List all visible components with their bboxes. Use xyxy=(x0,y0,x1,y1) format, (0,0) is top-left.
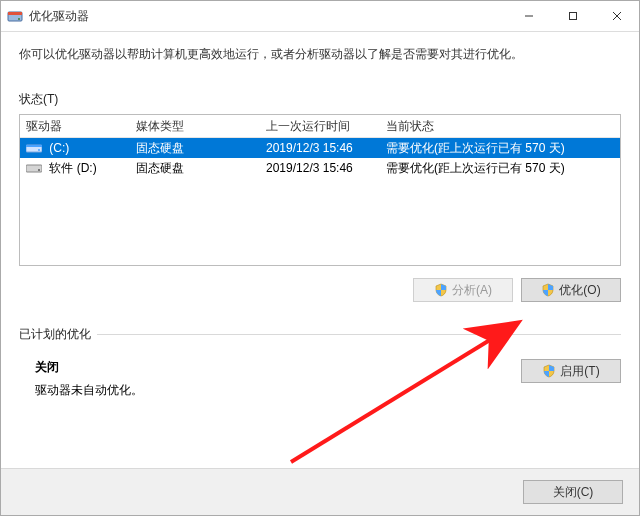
app-icon xyxy=(7,8,23,24)
drive-name: 软件 (D:) xyxy=(49,161,96,175)
minimize-button[interactable] xyxy=(507,1,551,31)
turn-on-label: 启用(T) xyxy=(560,363,599,380)
optimize-drives-window: 优化驱动器 你可以优化驱动器以帮助计算机更高效地运行，或者分析驱动器以了解是否需… xyxy=(0,0,640,516)
status-label: 状态(T) xyxy=(19,91,621,108)
last-run: 2019/12/3 15:46 xyxy=(260,141,380,155)
title-bar: 优化驱动器 xyxy=(1,1,639,32)
last-run: 2019/12/3 15:46 xyxy=(260,161,380,175)
table-row[interactable]: (C:) 固态硬盘 2019/12/3 15:46 需要优化(距上次运行已有 5… xyxy=(20,138,620,158)
svg-point-11 xyxy=(38,169,40,171)
schedule-title: 已计划的优化 xyxy=(19,326,97,343)
analyze-button[interactable]: 分析(A) xyxy=(413,278,513,302)
optimize-button[interactable]: 优化(O) xyxy=(521,278,621,302)
media-type: 固态硬盘 xyxy=(130,160,260,177)
table-row[interactable]: 软件 (D:) 固态硬盘 2019/12/3 15:46 需要优化(距上次运行已… xyxy=(20,158,620,178)
analyze-label: 分析(A) xyxy=(452,282,492,299)
close-label: 关闭(C) xyxy=(553,484,594,501)
svg-rect-4 xyxy=(570,13,577,20)
drive-list[interactable]: 驱动器 媒体类型 上一次运行时间 当前状态 (C:) xyxy=(19,114,621,266)
current-status: 需要优化(距上次运行已有 570 天) xyxy=(380,160,620,177)
column-last[interactable]: 上一次运行时间 xyxy=(260,118,380,135)
description-text: 你可以优化驱动器以帮助计算机更高效地运行，或者分析驱动器以了解是否需要对其进行优… xyxy=(19,46,621,63)
column-drive[interactable]: 驱动器 xyxy=(20,118,130,135)
drive-icon xyxy=(26,142,42,154)
current-status: 需要优化(距上次运行已有 570 天) xyxy=(380,140,620,157)
optimize-label: 优化(O) xyxy=(559,282,600,299)
column-status[interactable]: 当前状态 xyxy=(380,118,620,135)
action-buttons: 分析(A) 优化(O) xyxy=(19,278,621,302)
shield-icon xyxy=(434,283,448,297)
svg-rect-8 xyxy=(26,145,42,147)
svg-point-9 xyxy=(38,149,40,151)
schedule-note: 驱动器未自动优化。 xyxy=(35,382,521,399)
window-controls xyxy=(507,1,639,31)
content-area: 你可以优化驱动器以帮助计算机更高效地运行，或者分析驱动器以了解是否需要对其进行优… xyxy=(1,32,639,468)
drive-icon xyxy=(26,162,42,174)
close-dialog-button[interactable]: 关闭(C) xyxy=(523,480,623,504)
turn-on-button[interactable]: 启用(T) xyxy=(521,359,621,383)
schedule-state: 关闭 xyxy=(35,359,521,376)
media-type: 固态硬盘 xyxy=(130,140,260,157)
column-media[interactable]: 媒体类型 xyxy=(130,118,260,135)
drive-name: (C:) xyxy=(49,141,69,155)
maximize-button[interactable] xyxy=(551,1,595,31)
shield-icon xyxy=(542,364,556,378)
svg-rect-1 xyxy=(8,12,22,15)
footer-bar: 关闭(C) xyxy=(1,468,639,515)
schedule-section: 已计划的优化 关闭 驱动器未自动优化。 xyxy=(19,334,621,399)
list-header[interactable]: 驱动器 媒体类型 上一次运行时间 当前状态 xyxy=(20,115,620,138)
shield-icon xyxy=(541,283,555,297)
window-title: 优化驱动器 xyxy=(29,8,507,25)
close-button[interactable] xyxy=(595,1,639,31)
svg-point-2 xyxy=(18,18,20,20)
svg-rect-10 xyxy=(26,165,42,172)
